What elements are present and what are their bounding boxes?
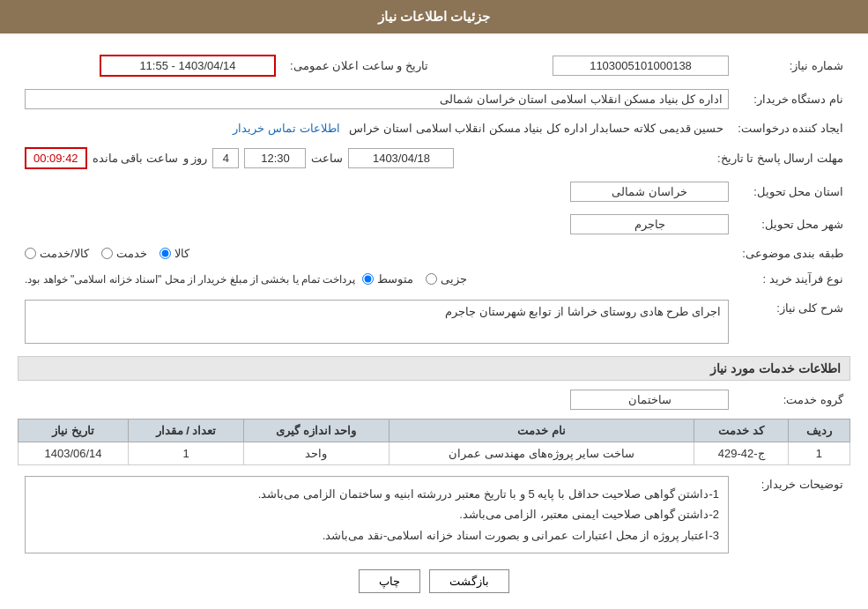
- print-button[interactable]: چاپ: [359, 569, 420, 593]
- need-desc-label: شرح کلی نیاز:: [736, 296, 850, 347]
- col-qty: تعداد / مقدار: [129, 420, 244, 442]
- category-option-kala[interactable]: کالا: [160, 247, 189, 260]
- col-unit: واحد اندازه گیری: [243, 420, 389, 442]
- category-label: طبقه بندی موضوعی:: [735, 243, 850, 264]
- need-number-label: شماره نیاز:: [736, 51, 850, 80]
- back-button[interactable]: بازگشت: [429, 569, 509, 593]
- notes-label: توضیحات خریدار:: [736, 472, 850, 557]
- page-title: جزئیات اطلاعات نیاز: [0, 0, 868, 33]
- need-desc-value: اجرای طرح هادی روستای خراشا از توابع شهر…: [25, 300, 729, 344]
- province-label: استان محل تحویل:: [736, 178, 850, 205]
- purchase-type-label: نوع فرآیند خرید :: [736, 269, 850, 289]
- deadline-remaining: 00:09:42: [25, 147, 87, 169]
- col-row: ردیف: [788, 420, 849, 442]
- table-row: 1ج-42-429ساخت سایر پروژه‌های مهندسی عمرا…: [19, 442, 850, 465]
- category-option-kala-khedmat[interactable]: کالا/خدمت: [25, 247, 89, 260]
- creator-link[interactable]: اطلاعات تماس خریدار: [233, 122, 339, 135]
- buyer-org-label: نام دستگاه خریدار:: [736, 85, 850, 113]
- col-code: کد خدمت: [694, 420, 788, 442]
- city-label: شهر محل تحویل:: [736, 211, 850, 238]
- service-group-value: ساختمان: [570, 390, 729, 410]
- deadline-time: 12:30: [244, 148, 306, 168]
- days-label: روز و: [183, 152, 208, 165]
- announce-value: 1403/04/14 - 11:55: [100, 55, 276, 77]
- service-group-label: گروه خدمت:: [736, 386, 850, 413]
- province-value: خراسان شمالی: [570, 182, 729, 202]
- purchase-type-motavaset[interactable]: متوسط: [362, 272, 413, 286]
- col-name: نام خدمت: [389, 420, 694, 442]
- deadline-days: 4: [212, 148, 239, 168]
- time-label: ساعت: [311, 152, 343, 165]
- announce-label: تاریخ و ساعت اعلان عمومی:: [283, 51, 435, 80]
- creator-value: حسین قدیمی کلاته حسابدار اداره کل بنیاد …: [349, 122, 723, 135]
- deadline-label: مهلت ارسال پاسخ تا تاریخ:: [710, 144, 850, 173]
- service-info-title: اطلاعات خدمات مورد نیاز: [18, 356, 850, 381]
- city-value: جاجرم: [570, 214, 729, 234]
- notes-content: 1-داشتن گواهی صلاحیت حداقل با پایه 5 و ب…: [25, 476, 729, 553]
- buyer-org-value: اداره کل بنیاد مسکن انقلاب اسلامی استان …: [25, 89, 729, 109]
- category-option-khedmat[interactable]: خدمت: [101, 247, 147, 260]
- creator-label: ایجاد کننده درخواست:: [731, 118, 850, 138]
- purchase-type-jozii[interactable]: جزیی: [426, 272, 467, 286]
- remaining-label: ساعت باقی مانده: [93, 152, 178, 165]
- purchase-type-note: پرداخت تمام یا بخشی از مبلغ خریدار از مح…: [25, 273, 355, 286]
- deadline-date: 1403/04/18: [348, 148, 454, 168]
- need-number-value: 1103005101000138: [553, 56, 729, 76]
- col-date: تاریخ نیاز: [19, 420, 129, 442]
